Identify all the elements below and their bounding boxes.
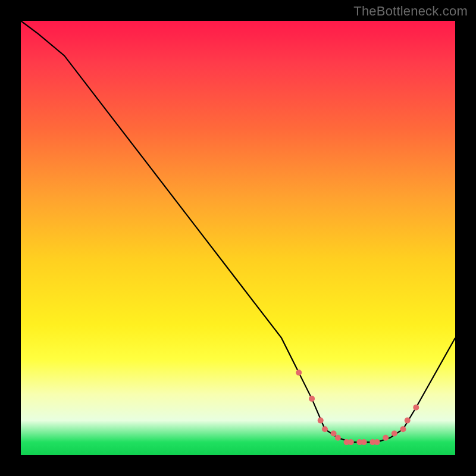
- marker-dot: [369, 439, 375, 445]
- marker-dot: [405, 418, 411, 424]
- watermark-text: TheBottleneck.com: [353, 4, 468, 19]
- marker-dot: [309, 396, 315, 402]
- marker-dot: [383, 435, 389, 441]
- plot-area: [21, 21, 455, 455]
- chart-container: TheBottleneck.com: [0, 0, 476, 476]
- marker-dot: [374, 439, 380, 445]
- marker-dot: [322, 426, 328, 432]
- marker-dot: [296, 369, 302, 375]
- marker-dot: [331, 431, 337, 437]
- bottleneck-curve: [21, 21, 455, 442]
- marker-dot: [400, 426, 406, 432]
- marker-dot: [318, 418, 324, 424]
- marker-dot: [356, 439, 362, 445]
- marker-dot: [344, 439, 350, 445]
- marker-dot: [335, 435, 341, 441]
- marker-dot: [361, 439, 367, 445]
- marker-dot: [413, 405, 419, 411]
- marker-dot: [348, 439, 354, 445]
- sweet-spot-markers: [296, 369, 419, 445]
- marker-dot: [392, 431, 397, 437]
- chart-svg: [21, 21, 455, 455]
